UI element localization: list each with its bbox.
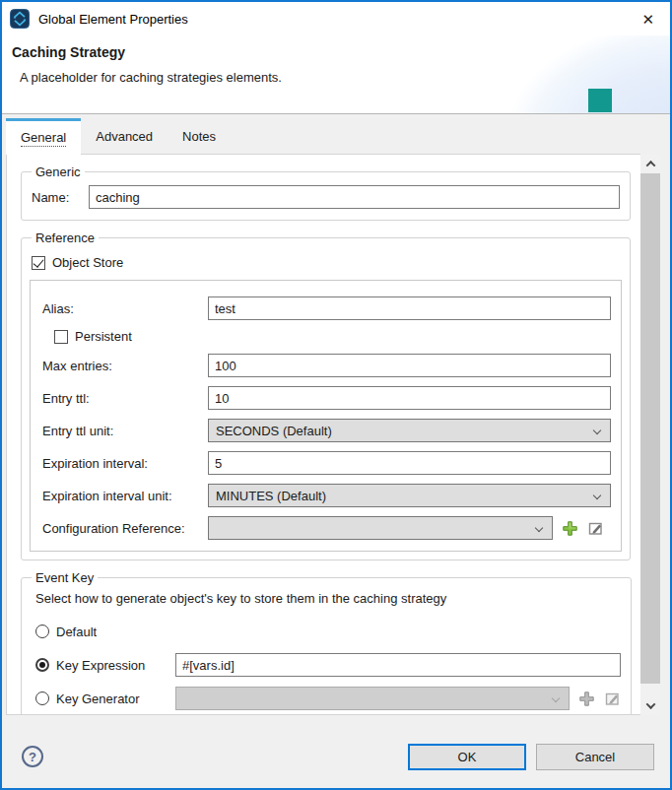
name-row: Name:: [32, 185, 620, 209]
reference-group: Reference Object Store Alias: Persistent: [21, 230, 631, 560]
tab-general[interactable]: General: [6, 118, 81, 155]
persistent-label: Persistent: [75, 329, 132, 344]
alias-row: Alias:: [42, 296, 611, 320]
key-expression-input[interactable]: [175, 653, 621, 677]
window-title: Global Element Properties: [38, 12, 636, 27]
expiration-interval-unit-label: Expiration interval unit:: [42, 489, 208, 503]
add-icon-disabled: [578, 691, 595, 707]
chevron-down-icon: [535, 524, 543, 532]
radio-selected-icon: [35, 658, 49, 672]
key-generator-radio-row: Key Generator: [35, 687, 621, 710]
expiration-interval-label: Expiration interval:: [42, 456, 208, 471]
entry-ttl-unit-row: Entry ttl unit: SECONDS (Default): [42, 419, 611, 442]
expiration-interval-unit-row: Expiration interval unit: MINUTES (Defau…: [42, 484, 611, 507]
checkbox-unchecked-icon: [54, 330, 68, 344]
radio-unselected-icon: [35, 691, 49, 705]
entry-ttl-unit-label: Entry ttl unit:: [42, 424, 208, 438]
expiration-interval-input[interactable]: [208, 451, 611, 475]
object-store-checkbox[interactable]: Object Store: [32, 255, 620, 270]
scrollbar-track-gap[interactable]: [640, 684, 660, 695]
entry-ttl-input[interactable]: [208, 386, 611, 410]
configuration-reference-select[interactable]: [208, 516, 553, 540]
generic-group-label: Generic: [32, 165, 85, 179]
radio-unselected-icon: [35, 625, 49, 638]
close-icon[interactable]: ✕: [636, 10, 660, 29]
object-store-panel: Alias: Persistent Max entries: Entry ttl…: [30, 280, 622, 552]
entry-ttl-unit-select[interactable]: SECONDS (Default): [208, 419, 611, 442]
page-subtitle: A placeholder for caching strategies ele…: [2, 60, 670, 85]
event-key-description: Select how to generate object's key to s…: [35, 591, 623, 606]
default-radio-label: Default: [56, 625, 97, 639]
global-element-properties-dialog: Global Element Properties ✕ Caching Stra…: [0, 0, 672, 790]
ok-button[interactable]: OK: [408, 744, 526, 770]
key-expression-radio[interactable]: Key Expression: [35, 658, 175, 673]
cancel-button[interactable]: Cancel: [536, 744, 654, 770]
default-radio[interactable]: Default: [35, 620, 621, 643]
configuration-reference-label: Configuration Reference:: [42, 521, 208, 536]
button-bar: ? OK Cancel: [2, 719, 670, 788]
alias-input[interactable]: [208, 296, 611, 320]
edit-icon[interactable]: [587, 520, 604, 537]
title-bar: Global Element Properties ✕: [2, 2, 670, 35]
help-icon[interactable]: ?: [22, 746, 43, 767]
max-entries-label: Max entries:: [42, 359, 208, 373]
max-entries-input[interactable]: [208, 354, 611, 377]
chevron-down-icon: [593, 492, 601, 499]
vertical-scrollbar[interactable]: [640, 154, 660, 715]
scroll-up-icon[interactable]: [640, 154, 660, 173]
entry-ttl-unit-value: SECONDS (Default): [216, 424, 332, 438]
name-input[interactable]: [89, 185, 620, 209]
expiration-interval-unit-select[interactable]: MINUTES (Default): [208, 484, 611, 507]
expiration-interval-row: Expiration interval:: [42, 451, 611, 475]
checkbox-checked-icon: [32, 256, 45, 270]
key-expression-radio-label: Key Expression: [56, 658, 145, 673]
alias-label: Alias:: [42, 301, 208, 316]
event-key-group-label: Event Key: [32, 570, 98, 585]
dialog-banner: Caching Strategy A placeholder for cachi…: [2, 35, 670, 114]
scroll-down-icon[interactable]: [640, 695, 660, 715]
name-label: Name:: [32, 190, 89, 205]
add-icon[interactable]: [562, 520, 578, 537]
chevron-down-icon: [593, 427, 601, 434]
tab-notes[interactable]: Notes: [168, 118, 231, 154]
banner-decoration-square: [588, 89, 612, 112]
tab-content-area: Generic Name: Reference Object Store Ali…: [2, 154, 670, 719]
chevron-down-icon: [552, 694, 560, 702]
entry-ttl-row: Entry ttl:: [42, 386, 611, 410]
key-generator-radio[interactable]: Key Generator: [35, 691, 175, 706]
edit-icon-disabled: [604, 691, 621, 707]
scrollbar-thumb[interactable]: [640, 173, 660, 684]
persistent-checkbox[interactable]: Persistent: [54, 329, 611, 344]
global-element-icon: [10, 9, 30, 29]
key-generator-radio-label: Key Generator: [56, 691, 140, 706]
configuration-reference-row: Configuration Reference:: [42, 516, 611, 540]
object-store-label: Object Store: [52, 255, 123, 270]
key-generator-select: [175, 687, 570, 710]
expiration-interval-unit-value: MINUTES (Default): [216, 489, 326, 503]
entry-ttl-label: Entry ttl:: [42, 391, 208, 406]
tab-advanced[interactable]: Advanced: [81, 118, 168, 154]
general-tab-panel: Generic Name: Reference Object Store Ali…: [6, 154, 640, 715]
page-title: Caching Strategy: [2, 35, 670, 60]
generic-group: Generic Name:: [21, 165, 631, 221]
event-key-group: Event Key Select how to generate object'…: [21, 570, 632, 715]
tab-bar: General Advanced Notes: [2, 114, 670, 154]
reference-group-label: Reference: [32, 230, 99, 245]
max-entries-row: Max entries:: [42, 354, 611, 377]
key-expression-radio-row: Key Expression: [35, 653, 621, 677]
